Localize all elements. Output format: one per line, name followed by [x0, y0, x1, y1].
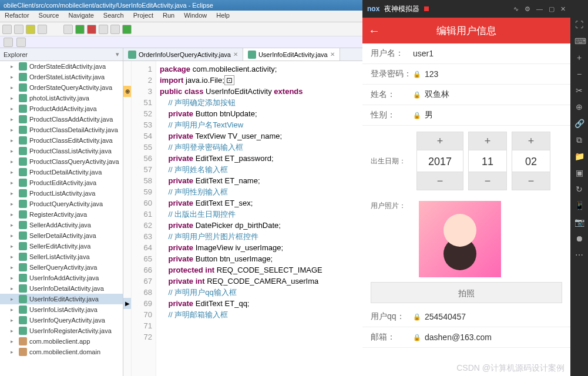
- multi-icon[interactable]: ⧉: [574, 135, 584, 145]
- password-field[interactable]: 🔒123: [413, 69, 562, 79]
- file-item[interactable]: ▸ProductAddActivity.java: [0, 103, 123, 114]
- file-item[interactable]: ▸ProductClassEditActivity.java: [0, 135, 123, 146]
- qq-field[interactable]: 🔒254540457: [413, 312, 562, 321]
- day-up-button[interactable]: +: [512, 132, 550, 150]
- day-value[interactable]: 02: [512, 150, 550, 172]
- email-field[interactable]: 🔒dashen@163.com: [413, 333, 562, 342]
- link-icon[interactable]: 🔗: [574, 119, 584, 128]
- date-picker: + 2017 − + 11 − + 02 −: [416, 132, 550, 190]
- menu-search[interactable]: Search: [99, 11, 129, 22]
- tb-class-icon[interactable]: [38, 25, 47, 34]
- file-item[interactable]: ▸OrderStateEditActivity.java: [0, 61, 123, 72]
- file-item[interactable]: ▸UserInfoListActivity.java: [0, 304, 123, 315]
- tb-step-over-icon[interactable]: [110, 25, 120, 34]
- camera-icon[interactable]: 📷: [574, 217, 584, 227]
- apk-icon[interactable]: ▣: [574, 168, 584, 177]
- back-icon[interactable]: ←: [368, 24, 380, 38]
- volume-down-icon[interactable]: −: [574, 69, 584, 79]
- file-item[interactable]: ▸ProductDetailActivity.java: [0, 167, 123, 177]
- file-item[interactable]: ▸ProductQueryActivity.java: [0, 199, 123, 209]
- record-icon[interactable]: ⏺: [574, 234, 584, 243]
- tb-run-icon[interactable]: [75, 25, 85, 34]
- editor-tab[interactable]: OrderInfoUserQueryActivity.java ✕: [123, 48, 243, 61]
- year-value[interactable]: 2017: [417, 150, 463, 172]
- editor-tab[interactable]: UserInfoEditActivity.java ✕: [243, 48, 340, 61]
- file-item[interactable]: ▸UserInfoQueryActivity.java: [0, 315, 123, 325]
- file-item[interactable]: ▸ProductListActivity.java: [0, 188, 123, 199]
- file-item[interactable]: ▸SellerListActivity.java: [0, 251, 123, 262]
- fullscreen-icon[interactable]: ⛶: [574, 20, 584, 29]
- settings-icon[interactable]: ⚙: [525, 5, 530, 13]
- explorer-menu-icon[interactable]: ▾: [116, 51, 119, 58]
- file-item[interactable]: ▸RegisterActivity.java: [0, 209, 123, 220]
- name-field[interactable]: 🔒双鱼林: [413, 89, 562, 100]
- tb-new-icon[interactable]: [2, 25, 12, 34]
- gender-field[interactable]: 🔒男: [413, 110, 562, 120]
- package-item[interactable]: ▸com.mobileclient.app: [0, 336, 123, 347]
- file-item[interactable]: ▸UserInfoDetailActivity.java: [0, 283, 123, 294]
- keyboard-icon[interactable]: ⌨: [574, 36, 584, 46]
- package-name: com.mobileclient.domain: [29, 348, 100, 355]
- menu-navigate[interactable]: Navigate: [63, 11, 98, 22]
- tb-save-icon[interactable]: [14, 25, 23, 34]
- menu-source[interactable]: Source: [34, 11, 64, 22]
- shake-icon[interactable]: 📱: [574, 201, 584, 210]
- tb-pkg-icon[interactable]: [26, 25, 35, 34]
- file-item[interactable]: ▸SellerAddActivity.java: [0, 220, 123, 230]
- photo-label: 用户照片：: [371, 201, 413, 211]
- user-avatar[interactable]: [419, 201, 501, 277]
- folder-icon[interactable]: 📁: [574, 152, 584, 161]
- year-down-button[interactable]: −: [417, 172, 463, 190]
- take-photo-button[interactable]: 拍照: [371, 282, 562, 303]
- menu-run[interactable]: Run: [158, 11, 179, 22]
- close-icon[interactable]: ✕: [560, 5, 566, 13]
- scissors-icon[interactable]: ✂: [574, 86, 584, 95]
- file-name: SellerListActivity.java: [29, 253, 90, 260]
- tb-step-icon[interactable]: [99, 25, 108, 34]
- file-item[interactable]: ▸UserInfoRegisterActivity.java: [0, 325, 123, 336]
- file-item[interactable]: ▸ProductClassListActivity.java: [0, 146, 123, 156]
- close-icon[interactable]: ✕: [330, 51, 335, 58]
- menu-project[interactable]: Project: [129, 11, 158, 22]
- rotate-icon[interactable]: ↻: [574, 184, 584, 194]
- tb-play-icon[interactable]: [122, 25, 132, 34]
- more-icon[interactable]: ⋯: [574, 250, 584, 260]
- month-up-button[interactable]: +: [469, 132, 506, 150]
- month-value[interactable]: 11: [469, 150, 506, 172]
- package-item[interactable]: ▸com.mobileclient.domain: [0, 347, 123, 357]
- close-icon[interactable]: ✕: [233, 51, 238, 58]
- menu-window[interactable]: Window: [179, 11, 211, 22]
- sound-icon[interactable]: ∿: [513, 5, 519, 13]
- file-item[interactable]: ▸OrderStateQueryActivity.java: [0, 82, 123, 93]
- file-item[interactable]: ▸SellerQueryActivity.java: [0, 262, 123, 273]
- tb-stop-icon[interactable]: [87, 25, 96, 34]
- tb-link-icon[interactable]: [16, 38, 26, 47]
- tb-sync-icon[interactable]: [4, 38, 13, 47]
- menu-help[interactable]: Help: [211, 11, 234, 22]
- file-item[interactable]: ▸UserInfoAddActivity.java: [0, 273, 123, 283]
- minimize-icon[interactable]: —: [536, 5, 543, 13]
- file-item[interactable]: ▸OrderStateListActivity.java: [0, 72, 123, 82]
- tb-debug-icon[interactable]: [63, 25, 73, 34]
- file-name: ProductClassListActivity.java: [29, 147, 112, 155]
- java-file-icon: [19, 189, 27, 197]
- file-item[interactable]: ▸SellerDetailActivity.java: [0, 230, 123, 241]
- file-item[interactable]: ▸SellerEditActivity.java: [0, 241, 123, 251]
- java-file-icon: [248, 51, 256, 59]
- day-down-button[interactable]: −: [512, 172, 550, 190]
- java-file-icon: [19, 242, 27, 250]
- menu-refactor[interactable]: Refactor: [0, 11, 34, 22]
- year-up-button[interactable]: +: [417, 132, 463, 150]
- file-item[interactable]: ▸ProductClassQueryActivity.java: [0, 156, 123, 167]
- volume-up-icon[interactable]: +: [574, 53, 584, 62]
- file-item[interactable]: ▸ProductClassDetailActivity.java: [0, 125, 123, 135]
- file-item[interactable]: ▸photoListActivity.java: [0, 93, 123, 103]
- file-item[interactable]: ▸ProductClassAddActivity.java: [0, 114, 123, 125]
- location-icon[interactable]: ⊕: [574, 102, 584, 112]
- maximize-icon[interactable]: ▢: [549, 5, 555, 13]
- tab-label: OrderInfoUserQueryActivity.java: [139, 51, 231, 58]
- file-item[interactable]: ▸ProductEditActivity.java: [0, 177, 123, 188]
- lock-icon: 🔒: [413, 334, 421, 341]
- month-down-button[interactable]: −: [469, 172, 506, 190]
- file-item[interactable]: ▸UserInfoEditActivity.java: [0, 294, 123, 304]
